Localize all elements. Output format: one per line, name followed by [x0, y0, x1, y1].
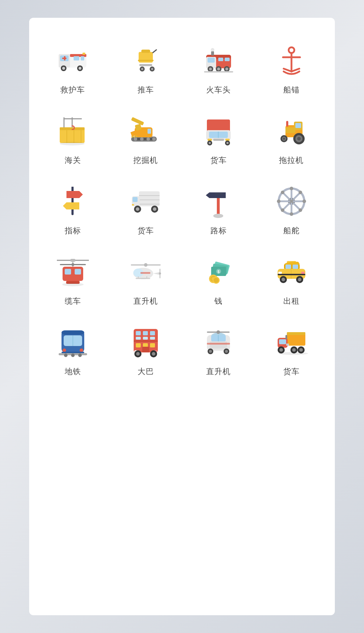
svg-point-211: [279, 348, 283, 352]
helm-icon: [274, 183, 309, 219]
icon-item-tractor[interactable]: 拖拉机: [255, 102, 328, 173]
subway-icon: [55, 324, 91, 360]
svg-rect-125: [65, 269, 71, 275]
taxi-label: 出租: [283, 296, 300, 307]
svg-line-40: [284, 69, 291, 71]
svg-rect-179: [150, 331, 155, 335]
taxi-icon: [274, 254, 309, 289]
icon-item-cart[interactable]: 推车: [109, 32, 182, 102]
svg-rect-15: [138, 60, 154, 61]
helm-label: 船舵: [283, 225, 300, 236]
svg-rect-158: [301, 272, 305, 274]
svg-point-168: [63, 349, 66, 352]
icon-item-road-sign[interactable]: 路标: [182, 173, 255, 243]
svg-point-21: [151, 68, 153, 70]
svg-point-213: [292, 348, 296, 352]
icon-item-taxi[interactable]: 出租: [255, 243, 328, 314]
svg-rect-27: [225, 58, 230, 61]
svg-rect-4: [74, 56, 79, 60]
excavator-label: 挖掘机: [133, 155, 158, 166]
helicopter2-icon: [201, 324, 236, 360]
icon-item-customs[interactable]: 海关: [36, 102, 109, 173]
svg-point-120: [281, 208, 284, 212]
icon-item-train[interactable]: 火车头: [182, 32, 255, 102]
svg-rect-93: [133, 197, 138, 202]
cart-label: 推车: [138, 85, 154, 95]
money-icon: $: [201, 254, 236, 289]
icon-item-helm[interactable]: 船舵: [255, 173, 328, 243]
svg-rect-78: [295, 123, 301, 128]
svg-rect-181: [143, 337, 148, 340]
svg-point-19: [141, 68, 143, 70]
svg-rect-155: [293, 265, 298, 269]
ambulance-icon: [55, 43, 91, 78]
icon-item-ambulance[interactable]: 救护车: [36, 32, 109, 102]
svg-point-136: [159, 272, 161, 275]
icon-item-money[interactable]: $ 钱: [182, 243, 255, 314]
svg-point-35: [225, 68, 228, 70]
truck-front-icon: [201, 113, 236, 149]
signpost-icon: [55, 183, 91, 219]
svg-line-41: [291, 69, 299, 71]
icon-item-truck-front[interactable]: 货车: [182, 102, 255, 173]
icon-item-truck-side[interactable]: 货车: [109, 173, 182, 243]
svg-point-100: [213, 214, 223, 218]
icon-item-subway[interactable]: 地铁: [36, 314, 109, 384]
svg-rect-203: [207, 343, 230, 345]
svg-point-63: [152, 137, 156, 141]
money-label: 钱: [214, 296, 223, 307]
svg-point-202: [225, 350, 228, 353]
signpost-label: 指标: [65, 225, 81, 236]
svg-point-33: [217, 68, 220, 70]
helicopter-icon: [128, 254, 164, 289]
svg-point-216: [278, 352, 308, 355]
svg-point-116: [303, 200, 306, 203]
train-label: 火车头: [206, 85, 231, 95]
svg-point-31: [209, 68, 212, 70]
svg-point-192: [152, 352, 155, 356]
svg-rect-57: [132, 136, 133, 138]
svg-point-215: [299, 348, 303, 352]
ambulance-label: 救护车: [60, 85, 85, 95]
svg-rect-7: [64, 56, 65, 60]
svg-rect-178: [143, 331, 148, 335]
svg-rect-180: [136, 337, 141, 340]
svg-rect-182: [150, 337, 155, 340]
icon-item-signpost[interactable]: 指标: [36, 173, 109, 243]
cart-icon: [128, 43, 164, 78]
svg-point-50: [60, 142, 85, 145]
icon-item-dump-truck[interactable]: 货车: [255, 314, 328, 384]
svg-rect-79: [285, 127, 295, 133]
svg-point-200: [209, 350, 212, 353]
svg-point-96: [136, 207, 139, 211]
svg-rect-208: [285, 335, 287, 339]
bus-label: 大巴: [138, 366, 154, 377]
svg-point-128: [71, 263, 74, 266]
icon-item-cable-car[interactable]: 缆车: [36, 243, 109, 314]
svg-rect-17: [139, 64, 152, 66]
svg-rect-36: [204, 71, 233, 73]
truck-front-label: 货车: [210, 155, 227, 166]
anchor-label: 船锚: [283, 85, 300, 95]
icon-item-excavator[interactable]: 挖掘机: [109, 102, 182, 173]
icon-item-bus[interactable]: 大巴: [109, 314, 182, 384]
svg-rect-170: [61, 352, 84, 353]
svg-rect-126: [75, 269, 81, 275]
tractor-label: 拖拉机: [279, 155, 304, 166]
svg-rect-54: [148, 129, 151, 134]
svg-rect-198: [210, 341, 227, 349]
svg-point-11: [79, 67, 81, 70]
svg-rect-59: [136, 135, 137, 137]
svg-rect-209: [286, 344, 289, 346]
svg-point-119: [299, 191, 302, 194]
svg-point-74: [226, 142, 229, 144]
customs-label: 海关: [65, 155, 81, 166]
icon-item-anchor[interactable]: 船锚: [255, 32, 328, 102]
svg-rect-140: [140, 272, 150, 274]
anchor-icon: [274, 43, 309, 78]
icon-item-helicopter[interactable]: 直升机: [109, 243, 182, 314]
truck-side-label: 货车: [138, 225, 154, 236]
icon-item-helicopter2[interactable]: 直升机: [182, 314, 255, 384]
svg-point-113: [290, 187, 293, 190]
dump-truck-label: 货车: [283, 366, 300, 377]
